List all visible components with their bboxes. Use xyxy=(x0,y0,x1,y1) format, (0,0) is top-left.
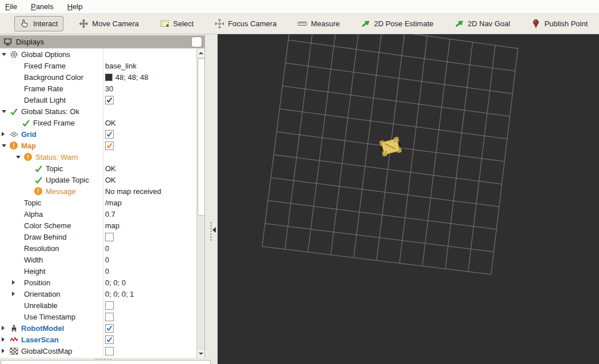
property-value[interactable]: 0.7 xyxy=(105,210,115,219)
property-value[interactable]: map xyxy=(105,221,119,230)
checkbox[interactable] xyxy=(105,335,114,344)
property-value[interactable]: OK xyxy=(105,176,116,184)
tree-row-resolution[interactable]: Resolution0 xyxy=(0,242,196,254)
row-value-cell: OK xyxy=(103,164,116,173)
row-name-cell: RobotModel xyxy=(0,323,103,333)
property-value[interactable]: 0 xyxy=(105,267,109,276)
row-name-cell: !Map xyxy=(0,141,103,150)
tree-scrollbar[interactable] xyxy=(196,48,204,358)
expand-arrow-icon[interactable] xyxy=(2,110,6,113)
expand-arrow-icon[interactable] xyxy=(2,53,6,56)
tool-focus-camera[interactable]: Focus Camera xyxy=(209,16,282,31)
robot-icon xyxy=(9,323,18,333)
property-label: Topic xyxy=(24,199,41,207)
tree-row-position[interactable]: Position0; 0; 0 xyxy=(0,277,196,288)
expand-arrow-icon[interactable] xyxy=(12,292,15,296)
tool-2d-pose-estimate[interactable]: 2D Pose Estimate xyxy=(355,16,439,31)
collapse-panel-icon[interactable] xyxy=(212,227,216,233)
tree-row-global-status-ok[interactable]: Global Status: Ok xyxy=(0,106,196,117)
row-name-cell: Width xyxy=(0,256,103,264)
tree-row-height[interactable]: Height0 xyxy=(0,265,196,277)
tree-row-default-light[interactable]: Default Light xyxy=(0,94,196,106)
displays-panel-header[interactable]: Displays xyxy=(0,35,204,48)
tree-row-global-options[interactable]: Global Options xyxy=(0,48,196,60)
property-label: Resolution xyxy=(24,244,59,253)
property-value[interactable]: 0; 0; 0 xyxy=(105,278,126,287)
tree-row-update-topic[interactable]: Update TopicOK xyxy=(0,174,196,185)
tree-row-topic[interactable]: TopicOK xyxy=(0,163,196,174)
tree-row-orientation[interactable]: Orientation0; 0; 0; 1 xyxy=(0,288,196,300)
property-value[interactable]: 30 xyxy=(105,84,113,93)
tree-row-width[interactable]: Width0 xyxy=(0,254,196,265)
expand-arrow-icon[interactable] xyxy=(2,349,5,353)
expand-arrow-icon[interactable] xyxy=(2,337,5,342)
tree-column-separator[interactable] xyxy=(103,48,103,358)
checkbox[interactable] xyxy=(105,301,114,310)
tool-interact[interactable]: Interact xyxy=(14,16,63,31)
checkbox[interactable] xyxy=(105,347,114,355)
tree-row-background-color[interactable]: Background Color48; 48; 48 xyxy=(0,71,196,83)
tool-measure[interactable]: Measure xyxy=(292,16,345,31)
menu-file[interactable]: File xyxy=(5,2,17,11)
scroll-up-button[interactable] xyxy=(198,48,204,58)
property-value[interactable]: 0 xyxy=(105,244,109,253)
menu-panels[interactable]: Panels xyxy=(31,2,54,11)
tool-publish-point[interactable]: Publish Point xyxy=(525,16,593,31)
tree-row-message[interactable]: !MessageNo map received xyxy=(0,185,196,197)
scrollbar-thumb[interactable] xyxy=(198,58,204,216)
menu-help[interactable]: Help xyxy=(67,2,83,11)
tree-row-robotmodel[interactable]: RobotModel xyxy=(0,322,196,334)
gear-icon xyxy=(9,50,18,59)
checkbox[interactable] xyxy=(105,141,114,150)
tree-row-grid[interactable]: Grid xyxy=(0,128,196,140)
checkbox[interactable] xyxy=(105,233,114,241)
expand-arrow-icon[interactable] xyxy=(2,326,5,330)
property-value[interactable]: 0; 0; 0; 1 xyxy=(105,290,134,298)
checkbox[interactable] xyxy=(105,96,114,104)
row-value-cell xyxy=(103,335,114,344)
horizontal-splitter[interactable] xyxy=(0,358,218,364)
property-value[interactable]: OK xyxy=(105,119,116,127)
tree-row-globalcostmap[interactable]: GlobalCostMap xyxy=(0,345,196,357)
vertical-splitter[interactable] xyxy=(204,34,218,364)
tool-select[interactable]: Select xyxy=(154,16,199,31)
property-label: Position xyxy=(24,278,50,287)
property-value[interactable]: OK xyxy=(105,164,116,173)
checkbox[interactable] xyxy=(105,324,114,333)
tree-row-alpha[interactable]: Alpha0.7 xyxy=(0,208,196,220)
expand-arrow-icon[interactable] xyxy=(2,144,6,147)
tree-row-map[interactable]: !Map xyxy=(0,140,196,151)
expand-arrow-icon[interactable] xyxy=(2,132,5,136)
tree-row-fixed-frame[interactable]: Fixed FrameOK xyxy=(0,117,196,128)
property-label: Orientation xyxy=(24,290,61,298)
property-value[interactable]: /map xyxy=(105,199,122,207)
checkbox[interactable] xyxy=(105,313,114,321)
tree-row-laserscan[interactable]: LaserScan xyxy=(0,334,196,345)
3d-viewport[interactable] xyxy=(218,34,599,364)
color-swatch[interactable] xyxy=(105,74,112,81)
tree-row-fixed-frame[interactable]: Fixed Framebase_link xyxy=(0,60,196,71)
property-value[interactable]: 48; 48; 48 xyxy=(115,73,148,82)
tool-label: Select xyxy=(173,19,194,28)
tree-row-color-scheme[interactable]: Color Schememap xyxy=(0,220,196,231)
tree-row-frame-rate[interactable]: Frame Rate30 xyxy=(0,83,196,94)
expand-arrow-icon[interactable] xyxy=(16,156,21,159)
checkbox[interactable] xyxy=(105,130,114,139)
scroll-down-button[interactable] xyxy=(198,349,204,358)
expand-arrow-icon[interactable] xyxy=(12,280,15,285)
property-value[interactable]: 0 xyxy=(105,256,109,264)
property-value[interactable]: base_link xyxy=(105,62,136,70)
property-label: Map xyxy=(21,141,36,150)
panel-float-button[interactable] xyxy=(191,37,202,47)
tool-2d-nav-goal[interactable]: 2D Nav Goal xyxy=(449,16,516,31)
tree-row-draw-behind[interactable]: Draw Behind xyxy=(0,231,196,242)
tool-move-camera[interactable]: Move Camera xyxy=(73,16,144,31)
property-label: Color Scheme xyxy=(24,221,71,230)
tree-row-status-warn[interactable]: !Status: Warn xyxy=(0,151,196,163)
property-value[interactable]: No map received xyxy=(105,187,161,196)
lower-panel-edge xyxy=(1,360,211,364)
tree-row-topic[interactable]: Topic/map xyxy=(0,197,196,208)
tree-row-use-timestamp[interactable]: Use Timestamp xyxy=(0,311,196,322)
splitter-grip[interactable] xyxy=(210,221,212,241)
tree-row-unreliable[interactable]: Unreliable xyxy=(0,300,196,311)
